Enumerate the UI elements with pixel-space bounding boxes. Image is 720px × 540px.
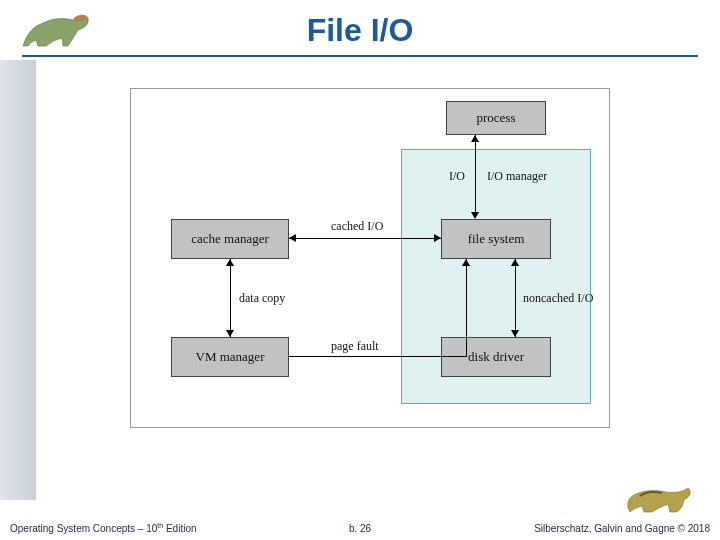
arrow-filesystem-disk xyxy=(515,259,516,337)
arrow-vm-filesystem-h xyxy=(289,356,467,357)
label-page-fault: page fault xyxy=(331,339,379,354)
footer-right-text: Silberschatz, Galvin and Gagne © 2018 xyxy=(534,523,710,534)
arrowhead-right-icon xyxy=(434,234,441,242)
box-vm-manager: VM manager xyxy=(171,337,289,377)
box-disk-driver: disk driver xyxy=(441,337,551,377)
arrowhead-up-icon xyxy=(462,259,470,266)
slide-title: File I/O xyxy=(0,12,720,49)
box-cache-manager: cache manager xyxy=(171,219,289,259)
arrow-cache-vm xyxy=(230,259,231,337)
slide-footer: Operating System Concepts – 10th Edition… xyxy=(0,516,720,534)
dinosaur-right-icon xyxy=(622,474,700,518)
arrow-process-filesystem xyxy=(475,135,476,213)
left-sidebar-decor xyxy=(0,60,36,500)
arrowhead-down-icon xyxy=(511,330,519,337)
arrowhead-left-icon xyxy=(289,234,296,242)
file-io-diagram: process cache manager file system VM man… xyxy=(130,88,610,428)
label-noncached-io: noncached I/O xyxy=(523,291,593,306)
label-io-manager: I/O manager xyxy=(487,169,547,184)
arrowhead-up-icon xyxy=(511,259,519,266)
slide: File I/O process cache manager file syst… xyxy=(0,0,720,540)
arrowhead-down-icon xyxy=(471,212,479,219)
arrow-cache-filesystem xyxy=(289,238,441,239)
arrowhead-down-icon xyxy=(226,330,234,337)
box-process: process xyxy=(446,101,546,135)
title-underline xyxy=(22,55,698,57)
label-cached-io: cached I/O xyxy=(331,219,383,234)
label-io: I/O xyxy=(449,169,465,184)
box-file-system: file system xyxy=(441,219,551,259)
arrow-vm-filesystem-v xyxy=(466,259,467,356)
label-data-copy: data copy xyxy=(239,291,285,306)
arrowhead-up-icon xyxy=(471,135,479,142)
arrowhead-up-icon xyxy=(226,259,234,266)
